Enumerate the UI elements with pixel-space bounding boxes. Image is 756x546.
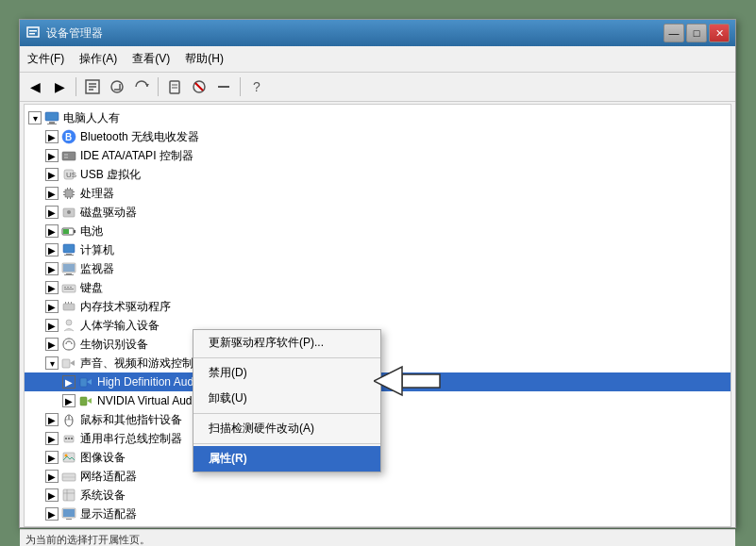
expand-hd-audio[interactable]: ▶ <box>62 375 76 389</box>
svg-rect-46 <box>64 274 74 275</box>
expand-ide[interactable]: ▶ <box>45 149 59 162</box>
toolbar-btn-3[interactable] <box>130 75 153 98</box>
ctx-update-driver[interactable]: 更新驱动程序软件(P)... <box>193 330 380 356</box>
expand-memory[interactable]: ▶ <box>45 300 59 313</box>
tree-area[interactable]: ▾ 电脑人人有 ▶ B Blu <box>24 104 731 527</box>
menu-file[interactable]: 文件(F) <box>20 48 72 70</box>
toolbar-btn-2[interactable] <box>106 75 128 98</box>
svg-rect-61 <box>80 397 87 405</box>
svg-rect-78 <box>63 509 75 517</box>
tree-item-monitor[interactable]: ▶ 监视器 <box>25 259 731 278</box>
left-arrow-indicator <box>374 357 430 405</box>
expand-cpu[interactable]: ▶ <box>45 187 59 200</box>
image-icon <box>61 450 76 465</box>
ctx-uninstall[interactable]: 卸载(U) <box>193 386 380 411</box>
expand-network[interactable]: ▶ <box>45 470 59 483</box>
expand-usb[interactable]: ▶ <box>45 168 59 181</box>
uninstall-icon <box>215 78 232 95</box>
tree-item-system[interactable]: ▶ 系统设备 <box>25 486 731 505</box>
expand-human[interactable]: ▶ <box>45 319 59 332</box>
tree-item-disk[interactable]: ▶ 磁盘驱动器 <box>25 203 731 222</box>
status-bar: 为当前的选择打开属性页。 <box>20 529 735 546</box>
svg-rect-29 <box>73 191 75 192</box>
back-button[interactable]: ◀ <box>24 75 46 98</box>
ctx-sep-3 <box>193 443 380 444</box>
svg-rect-80 <box>402 374 440 388</box>
ctx-scan[interactable]: 扫描检测硬件改动(A) <box>193 416 380 441</box>
expand-battery[interactable]: ▶ <box>45 224 59 238</box>
expand-system[interactable]: ▶ <box>45 488 59 502</box>
expand-display[interactable]: ▶ <box>45 507 59 521</box>
expand-biometric[interactable]: ▶ <box>45 338 59 351</box>
expand-disk[interactable]: ▶ <box>45 206 59 219</box>
expand-nvidia-audio[interactable]: ▶ <box>62 394 76 407</box>
svg-rect-0 <box>27 27 39 37</box>
tree-item-cpu[interactable]: ▶ 处理器 <box>25 184 731 203</box>
expand-keyboard[interactable]: ▶ <box>45 281 59 294</box>
svg-rect-74 <box>63 489 75 501</box>
expand-computer[interactable]: ▶ <box>45 243 59 256</box>
menu-help[interactable]: 帮助(H) <box>177 48 231 70</box>
memory-icon <box>61 299 76 314</box>
tree-item-keyboard[interactable]: ▶ 键盘 <box>25 278 731 297</box>
tree-item-memory[interactable]: ▶ 内存技术驱动程序 <box>25 297 731 316</box>
status-text: 为当前的选择打开属性页。 <box>25 533 150 546</box>
expand-bluetooth[interactable]: ▶ <box>45 130 59 143</box>
close-button[interactable]: ✕ <box>709 24 730 42</box>
maximize-button[interactable]: □ <box>686 24 707 42</box>
svg-rect-44 <box>63 264 75 272</box>
mouse-icon <box>61 412 76 427</box>
toolbar-btn-1[interactable] <box>81 75 104 98</box>
scan-icon <box>109 78 126 95</box>
svg-text:?: ? <box>253 79 260 94</box>
display-icon <box>61 506 76 521</box>
expand-image[interactable]: ▶ <box>45 451 59 464</box>
svg-point-68 <box>68 438 70 439</box>
tree-item-bluetooth[interactable]: ▶ B Bluetooth 无线电收发器 <box>25 127 731 146</box>
expand-serial[interactable]: ▶ <box>45 432 59 445</box>
title-controls: — □ ✕ <box>664 24 730 42</box>
svg-rect-18 <box>47 124 57 124</box>
svg-rect-22 <box>64 154 68 156</box>
keyboard-icon <box>61 280 76 295</box>
tree-item-ide[interactable]: ▶ IDE ATA/ATAPI 控制器 <box>25 146 731 165</box>
svg-marker-81 <box>374 367 402 395</box>
svg-rect-55 <box>71 302 72 304</box>
biometric-icon <box>61 337 76 352</box>
toolbar-btn-4[interactable] <box>163 75 186 98</box>
expand-audio-ctrl[interactable]: ▾ <box>45 356 59 370</box>
svg-rect-32 <box>70 188 71 190</box>
menu-view[interactable]: 查看(V) <box>125 48 177 70</box>
expand-mouse[interactable]: ▶ <box>45 413 59 426</box>
toolbar-btn-7[interactable]: ? <box>245 75 268 98</box>
nvidia-audio-icon <box>78 393 93 408</box>
minimize-button[interactable]: — <box>664 24 684 42</box>
tree-item-battery[interactable]: ▶ 电池 <box>25 222 731 240</box>
tree-item-display[interactable]: ▶ 显示适配器 <box>25 505 731 523</box>
svg-rect-42 <box>64 255 74 256</box>
svg-rect-59 <box>80 378 87 387</box>
tree-root-label: 电脑人人有 <box>63 110 120 126</box>
tree-root[interactable]: ▾ 电脑人人有 <box>25 108 731 127</box>
menu-action[interactable]: 操作(A) <box>72 48 125 70</box>
ctx-sep-2 <box>193 413 380 414</box>
svg-rect-41 <box>66 254 72 255</box>
forward-button[interactable]: ▶ <box>48 75 71 98</box>
svg-rect-38 <box>74 230 76 233</box>
svg-rect-49 <box>67 287 69 288</box>
menu-bar: 文件(F) 操作(A) 查看(V) 帮助(H) <box>20 46 735 73</box>
tree-item-computer[interactable]: ▶ 计算机 <box>25 240 731 259</box>
svg-text:USB: USB <box>66 171 76 179</box>
expand-monitor[interactable]: ▶ <box>45 262 59 275</box>
toolbar-btn-6[interactable] <box>212 75 235 98</box>
toolbar-btn-5[interactable] <box>188 75 210 98</box>
svg-rect-31 <box>67 188 68 190</box>
audio-ctrl-icon <box>61 356 76 371</box>
toolbar: ◀ ▶ <box>20 73 735 102</box>
driver-icon <box>166 78 183 95</box>
ctx-properties[interactable]: 属性(R) <box>193 446 380 472</box>
ctx-disable[interactable]: 禁用(D) <box>193 360 380 386</box>
expand-root[interactable]: ▾ <box>28 111 42 124</box>
tree-item-usb[interactable]: ▶ USB USB 虚拟化 <box>25 165 731 184</box>
svg-rect-51 <box>64 289 74 290</box>
